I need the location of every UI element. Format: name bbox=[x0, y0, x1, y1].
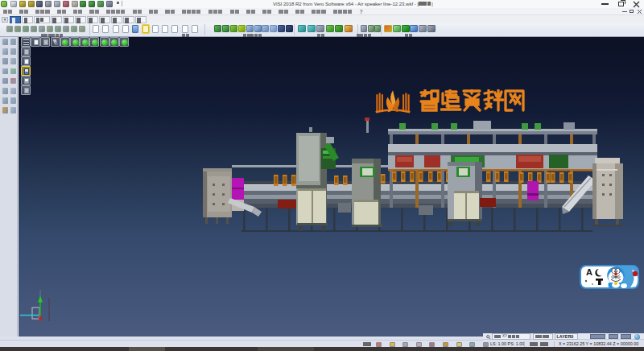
svg-text:A: A bbox=[586, 267, 592, 277]
